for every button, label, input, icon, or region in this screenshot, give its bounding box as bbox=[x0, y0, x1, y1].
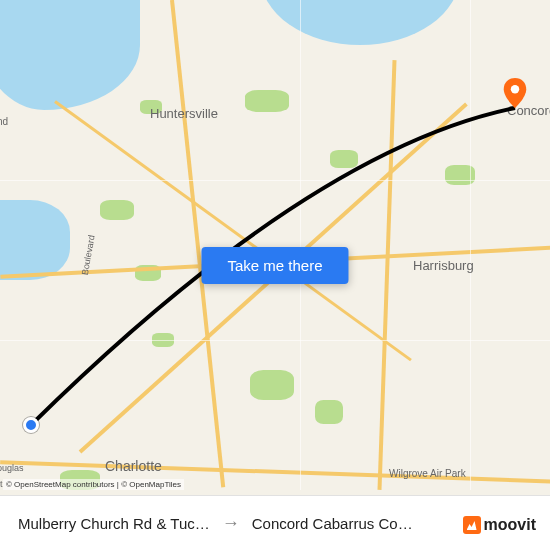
origin-label: Mulberry Church Rd & Tuc… bbox=[18, 515, 210, 532]
map-attribution: © OpenStreetMap contributors | © OpenMap… bbox=[3, 479, 184, 490]
park bbox=[100, 200, 134, 220]
origin-marker[interactable] bbox=[23, 417, 39, 433]
arrow-right-icon: → bbox=[222, 513, 240, 534]
svg-point-0 bbox=[511, 85, 519, 93]
map-pin-icon bbox=[500, 78, 530, 108]
map-canvas[interactable]: Huntersville Harrisburg Charlotte Concor… bbox=[0, 0, 550, 550]
moovit-logo-text: moovit bbox=[484, 516, 536, 534]
minor-label: Wilgrove Air Park bbox=[389, 468, 466, 479]
park bbox=[315, 400, 343, 424]
minor-label: ouglas bbox=[0, 463, 24, 473]
moovit-logo-icon bbox=[463, 516, 481, 534]
park bbox=[250, 370, 294, 400]
destination-label: Concord Cabarrus Co… bbox=[252, 515, 413, 532]
road-minor bbox=[0, 340, 550, 341]
city-label-charlotte: Charlotte bbox=[105, 458, 162, 474]
destination-marker[interactable] bbox=[500, 78, 530, 108]
city-label-huntersville: Huntersville bbox=[150, 106, 218, 121]
road-minor bbox=[470, 0, 471, 490]
park bbox=[245, 90, 289, 112]
moovit-branding: moovit bbox=[463, 516, 536, 534]
take-me-there-button[interactable]: Take me there bbox=[201, 247, 348, 284]
city-label-harrisburg: Harrisburg bbox=[413, 258, 474, 273]
road-minor bbox=[300, 0, 301, 490]
minor-label: nd bbox=[0, 116, 8, 127]
park bbox=[330, 150, 358, 168]
water-lake-w bbox=[0, 200, 70, 280]
road-minor bbox=[0, 180, 550, 181]
